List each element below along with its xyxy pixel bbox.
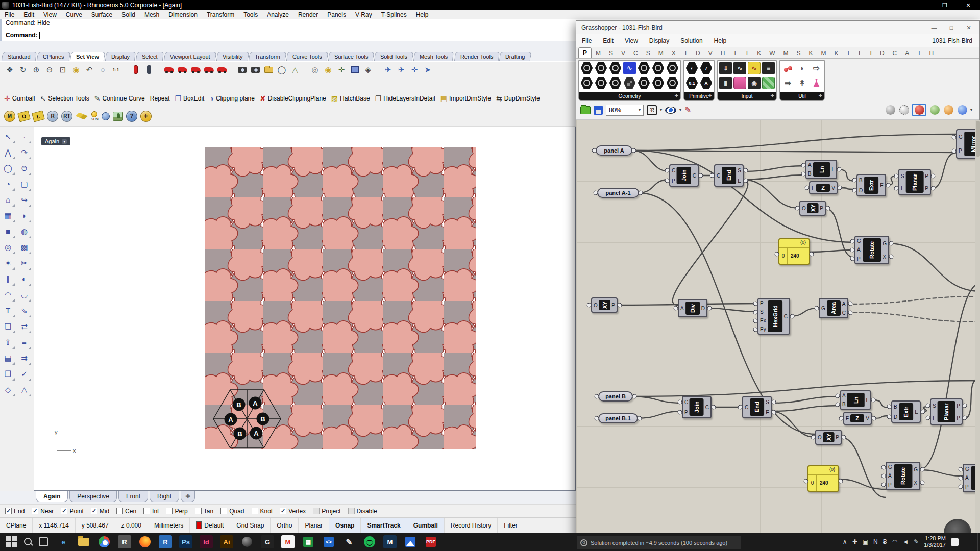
show-desktop-button[interactable] xyxy=(977,533,980,551)
gh-component-icon[interactable]: ∿ xyxy=(623,62,636,74)
input-port-P[interactable]: P xyxy=(684,410,688,415)
add-viewport-tab[interactable]: ✚ xyxy=(181,491,195,502)
google-icon[interactable]: G xyxy=(261,535,274,548)
status-y-508-467[interactable]: y 508.467 xyxy=(76,518,115,533)
output-port-L[interactable]: L xyxy=(831,167,835,172)
vray-material-icon[interactable]: M xyxy=(4,111,15,122)
sidebar-tool-30[interactable]: ❒ xyxy=(0,366,16,382)
input-port-O[interactable]: O xyxy=(818,435,822,440)
gh-category-tab-15[interactable]: W xyxy=(765,48,779,58)
status-gumball[interactable]: Gumball xyxy=(407,518,445,533)
vray-tag-l-icon[interactable]: L xyxy=(32,110,45,122)
gh-menu-solution[interactable]: Solution xyxy=(675,37,708,44)
output-port-X[interactable]: X xyxy=(914,480,918,486)
car-view-icon[interactable] xyxy=(202,63,215,77)
toolbar-tab-standard[interactable]: Standard xyxy=(2,52,37,61)
vray-environment-icon[interactable] xyxy=(113,112,123,121)
vray-target-icon[interactable]: ✛ xyxy=(140,111,152,122)
input-port-I[interactable]: I xyxy=(901,186,904,191)
pan-hand-icon[interactable]: ❖ xyxy=(3,63,16,77)
output-port-E[interactable]: E xyxy=(766,410,769,415)
output-port-X[interactable]: X xyxy=(883,254,887,260)
status-grid-snap[interactable]: Grid Snap xyxy=(230,518,271,533)
display-green-icon[interactable] xyxy=(930,105,940,115)
tray-icon-6[interactable]: ◄ xyxy=(902,538,909,545)
toolbar-tab-solid-tools[interactable]: Solid Tools xyxy=(374,52,414,61)
tray-icon-3[interactable]: N xyxy=(873,538,878,545)
canvas-scrollbar[interactable] xyxy=(975,120,980,539)
gh-menu-help[interactable]: Help xyxy=(708,37,732,44)
tool-continue-curve[interactable]: ✎ Continue Curve xyxy=(94,94,145,103)
grasshopper-minimize-button[interactable]: — xyxy=(925,21,943,34)
gh-component-ln[interactable]: AB Ln L xyxy=(805,160,837,179)
sphere-app-icon[interactable] xyxy=(240,535,254,548)
gh-category-tab-23[interactable]: I xyxy=(866,48,876,58)
checkbox[interactable]: ✓ xyxy=(280,508,286,514)
osnap-quad[interactable]: Quad xyxy=(220,508,244,515)
sidebar-tool-23[interactable]: ⇘ xyxy=(16,303,32,318)
status-cplane[interactable]: CPlane xyxy=(0,518,33,533)
gh-group-label[interactable]: Util✚ xyxy=(780,92,824,100)
rhino-minimize-button[interactable]: — xyxy=(910,0,933,10)
gh-component-icon[interactable]: ⇓ xyxy=(719,62,732,74)
gh-component-icon[interactable] xyxy=(666,62,679,74)
task-view-icon[interactable] xyxy=(39,537,48,546)
gh-component-icon[interactable]: A xyxy=(700,77,713,89)
gh-category-tab-21[interactable]: T xyxy=(843,48,854,58)
sidebar-tool-9[interactable]: ↪ xyxy=(16,192,32,208)
gh-component-icon[interactable]: ≡ xyxy=(762,62,775,74)
checkbox[interactable] xyxy=(166,508,173,514)
status-default[interactable]: Default xyxy=(190,518,230,533)
sidebar-tool-6[interactable]: ◔ xyxy=(0,176,16,192)
tool-importdimstyle[interactable]: ▤ ImportDimStyle xyxy=(440,94,491,103)
output-port-V[interactable]: V xyxy=(866,416,869,421)
menu-solid[interactable]: Solid xyxy=(117,11,140,18)
osnap-project[interactable]: Project xyxy=(313,508,340,515)
gh-category-tab-19[interactable]: M xyxy=(817,48,830,58)
gh-component-ln[interactable]: AB Ln L xyxy=(840,390,871,410)
osnap-near[interactable]: ✓ Near xyxy=(32,508,54,515)
status-x-1146-714[interactable]: x 1146.714 xyxy=(33,518,76,533)
gh-component-icon[interactable] xyxy=(638,62,650,74)
input-port-G[interactable]: G xyxy=(959,134,963,140)
osnap-knot[interactable]: Knot xyxy=(252,508,273,515)
toolbar-tab-select[interactable]: Select xyxy=(136,52,164,61)
gh-category-tab-10[interactable]: V xyxy=(704,48,717,58)
checkbox[interactable] xyxy=(348,508,355,514)
gh-component-rotate[interactable]: GAP Rotate GX xyxy=(886,462,920,490)
checkbox[interactable]: ✓ xyxy=(32,508,38,514)
mail-icon[interactable]: M xyxy=(383,535,397,548)
menu-mesh[interactable]: Mesh xyxy=(140,11,164,18)
gh-component-icon[interactable] xyxy=(595,77,607,89)
sidebar-tool-1[interactable]: ∙ xyxy=(16,129,32,144)
sidebar-tool-12[interactable]: ■ xyxy=(0,223,16,239)
clipping-box-icon[interactable] xyxy=(348,63,361,77)
code-icon[interactable]: <> xyxy=(322,535,335,548)
output-port-P[interactable]: P xyxy=(820,206,823,211)
gh-group-label[interactable]: Geometry✚ xyxy=(579,92,680,100)
input-port-P[interactable]: P xyxy=(959,148,963,154)
gh-component-icon[interactable] xyxy=(580,77,593,89)
tool-repeat[interactable]: Repeat xyxy=(150,95,170,102)
gh-category-tab-9[interactable]: D xyxy=(692,48,704,58)
gh-component-icon[interactable]: ∿ xyxy=(748,62,761,74)
acrobat-icon[interactable]: PDF xyxy=(424,535,437,548)
chrome-icon[interactable] xyxy=(97,535,111,548)
toolbar-tab-display[interactable]: Display xyxy=(105,52,136,61)
gh-category-tab-3[interactable]: V xyxy=(617,48,629,58)
output-port-P[interactable]: P xyxy=(957,403,960,409)
output-port-P[interactable]: P xyxy=(957,415,960,421)
gh-component-join[interactable]: CP Join C xyxy=(682,396,712,418)
gh-component-icon[interactable]: ➡ xyxy=(781,77,794,89)
zoom-in-icon[interactable]: ⊕ xyxy=(30,63,43,77)
sketch-pen-icon[interactable]: ✎ xyxy=(684,105,691,115)
gh-component-extr[interactable]: BD Extr E xyxy=(891,400,921,423)
preview-shaded-selected[interactable] xyxy=(912,104,926,116)
undo-view-icon[interactable]: ↶ xyxy=(83,63,96,77)
checkbox[interactable] xyxy=(143,508,150,514)
gh-category-tab-11[interactable]: H xyxy=(717,48,729,58)
output-port-D[interactable]: D xyxy=(701,306,705,311)
gh-category-tab-17[interactable]: S xyxy=(792,48,804,58)
target-sun-icon[interactable]: ◉ xyxy=(322,63,335,77)
input-port-A[interactable]: A xyxy=(808,162,812,168)
